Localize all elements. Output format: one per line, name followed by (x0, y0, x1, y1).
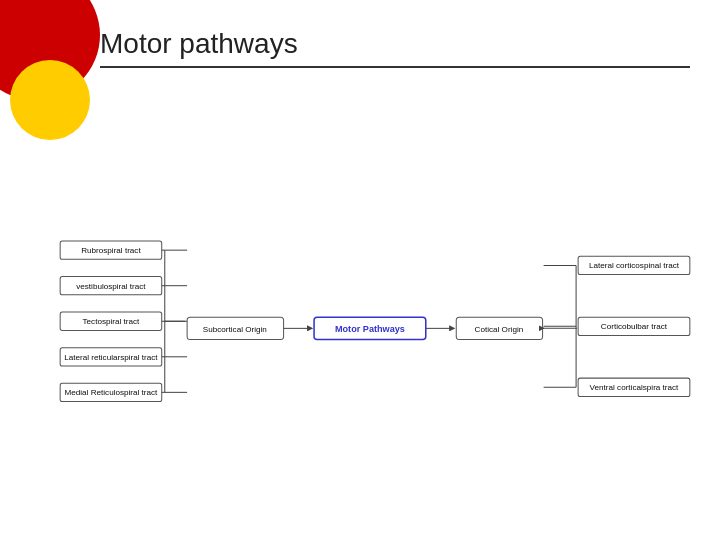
deco-yellow-circle (10, 60, 90, 140)
branch-ventcort-label: Ventral corticalspira tract (590, 383, 680, 392)
page-title: Motor pathways (100, 28, 690, 60)
branch-tecto-label: Tectospiral tract (83, 317, 141, 326)
branch-latret-label: Lateral reticularspiral tract (64, 353, 158, 362)
motor-pathways-diagram: Motor Pathways Subcortical Origin Cotica… (50, 175, 700, 500)
title-section: Motor pathways (100, 28, 690, 68)
diagram-area: Motor Pathways Subcortical Origin Cotica… (50, 175, 700, 500)
cotical-node-label: Cotical Origin (475, 325, 524, 334)
branch-rubros-label: Rubrospiral tract (81, 246, 141, 255)
title-underline (100, 66, 690, 68)
branch-medret-label: Medial Reticulospiral tract (65, 388, 159, 397)
center-node-label: Motor Pathways (335, 324, 405, 334)
branch-latcort-label: Lateral corticospinal tract (589, 261, 680, 270)
branch-vestib-label: vestibulospiral tract (76, 282, 146, 291)
subcortical-node-label: Subcortical Origin (203, 325, 267, 334)
branch-cortbulb-label: Corticobulbar tract (601, 322, 668, 331)
